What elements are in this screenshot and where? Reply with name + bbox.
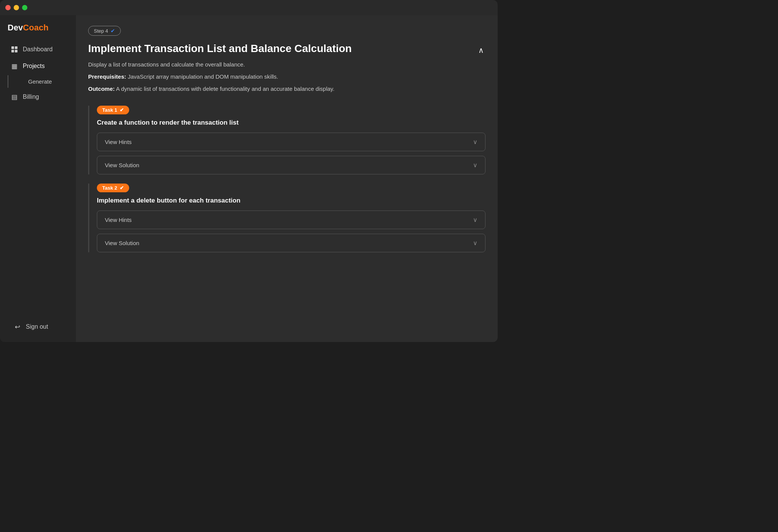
sidebar-label-billing: Billing: [23, 93, 39, 100]
task-2-check-icon: ✔: [120, 185, 124, 191]
task-1-solution-header[interactable]: View Solution ∨: [97, 156, 485, 174]
task-1-hints-header[interactable]: View Hints ∨: [97, 133, 485, 151]
sidebar-item-dashboard[interactable]: Dashboard: [3, 42, 73, 57]
task-2-solution-header[interactable]: View Solution ∨: [97, 234, 485, 252]
sidebar-label-projects: Projects: [23, 63, 45, 70]
logo-dev: Dev: [8, 23, 23, 32]
task-2-solution-chevron-icon: ∨: [473, 239, 478, 247]
signout-icon: [14, 323, 21, 331]
step-header: Implement Transaction List and Balance C…: [88, 42, 485, 97]
task-title-2: Implement a delete button for each trans…: [97, 197, 485, 204]
task-1-solution-accordion[interactable]: View Solution ∨: [97, 156, 485, 174]
dashboard-icon: [11, 46, 18, 53]
step-check-icon: ✔: [111, 28, 115, 34]
outcome-label: Outcome:: [88, 86, 115, 92]
sidebar-item-signout[interactable]: Sign out: [6, 319, 70, 334]
task-1-solution-label: View Solution: [105, 162, 139, 168]
task-2-hints-chevron-icon: ∨: [473, 216, 478, 223]
app-container: DevCoach Dashboard Projects Generate: [0, 15, 498, 342]
task-2-hints-header[interactable]: View Hints ∨: [97, 211, 485, 229]
step-badge: Step 4 ✔: [88, 26, 121, 36]
step-prerequisites: Prerequisites: JavaScript array manipula…: [88, 72, 477, 81]
billing-icon: [11, 93, 18, 101]
step-description: Display a list of transactions and calcu…: [88, 60, 477, 69]
task-badge-1: Task 1 ✔: [97, 106, 129, 114]
step-outcome: Outcome: A dynamic list of transactions …: [88, 84, 477, 93]
task-1-hints-label: View Hints: [105, 139, 132, 145]
minimize-button[interactable]: [14, 5, 19, 10]
task-badge-1-text: Task 1: [102, 107, 117, 113]
sidebar-label-generate: Generate: [28, 78, 52, 85]
task-title-1: Create a function to render the transact…: [97, 119, 485, 127]
logo-coach: Coach: [23, 23, 48, 32]
prerequisites-text: JavaScript array manipulation and DOM ma…: [126, 73, 278, 80]
task-1-solution-chevron-icon: ∨: [473, 162, 478, 169]
task-badge-2-text: Task 2: [102, 185, 117, 191]
maximize-button[interactable]: [22, 5, 27, 10]
outcome-text: A dynamic list of transactions with dele…: [115, 86, 334, 92]
step-badge-text: Step 4: [94, 28, 108, 34]
sidebar: DevCoach Dashboard Projects Generate: [0, 15, 76, 342]
task-section-2: Task 2 ✔ Implement a delete button for e…: [88, 184, 485, 252]
close-button[interactable]: [5, 5, 11, 10]
logo: DevCoach: [0, 23, 76, 42]
collapse-button[interactable]: ∧: [477, 44, 485, 56]
task-2-solution-accordion[interactable]: View Solution ∨: [97, 234, 485, 252]
task-section-1: Task 1 ✔ Create a function to render the…: [88, 106, 485, 174]
titlebar: [0, 0, 498, 15]
task-2-hints-label: View Hints: [105, 217, 132, 223]
sidebar-item-billing[interactable]: Billing: [3, 89, 73, 104]
sidebar-item-projects[interactable]: Projects: [3, 59, 73, 74]
task-1-hints-accordion[interactable]: View Hints ∨: [97, 133, 485, 151]
sidebar-label-dashboard: Dashboard: [23, 46, 52, 53]
sidebar-bottom: Sign out: [0, 319, 76, 334]
prerequisites-label: Prerequisites:: [88, 73, 126, 80]
step-header-content: Implement Transaction List and Balance C…: [88, 42, 477, 97]
task-2-solution-label: View Solution: [105, 240, 139, 246]
sidebar-nav: Dashboard Projects Generate Billing: [0, 42, 76, 319]
task-2-hints-accordion[interactable]: View Hints ∨: [97, 211, 485, 229]
task-badge-2: Task 2 ✔: [97, 184, 129, 192]
sidebar-label-signout: Sign out: [26, 323, 48, 330]
main-content: Step 4 ✔ Implement Transaction List and …: [76, 15, 498, 342]
projects-icon: [11, 62, 18, 70]
task-1-check-icon: ✔: [120, 107, 124, 113]
task-1-hints-chevron-icon: ∨: [473, 138, 478, 146]
sidebar-item-generate[interactable]: Generate: [8, 75, 73, 88]
step-title: Implement Transaction List and Balance C…: [88, 42, 477, 55]
